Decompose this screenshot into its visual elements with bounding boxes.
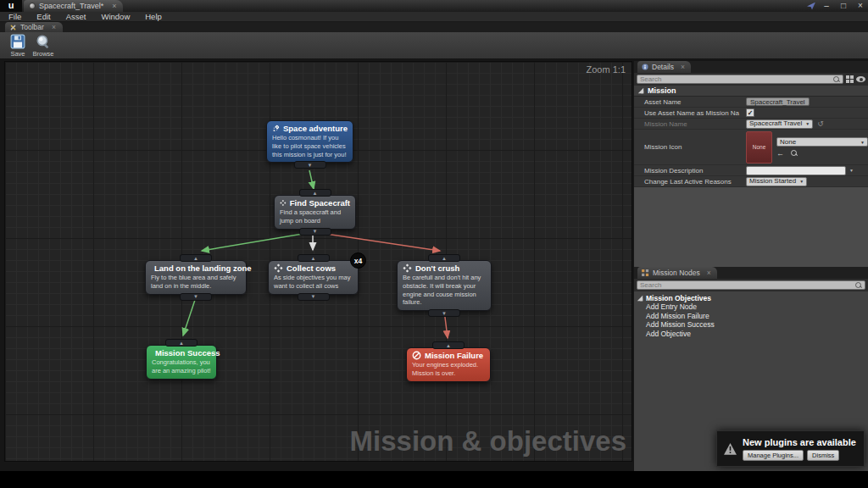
minimize-button[interactable]: –: [821, 1, 832, 11]
warning-triangle-icon: [723, 442, 737, 456]
node-collect-cows[interactable]: Collect cows As side objectives you may …: [268, 260, 359, 295]
node-title: Find Spacecraft: [290, 198, 350, 208]
details-empty-area: [634, 187, 868, 267]
mission-nodes-tab[interactable]: Mission Nodes ×: [637, 267, 717, 279]
objective-diamond-icon: [403, 263, 412, 273]
mission-nodes-panel-icon: [642, 269, 649, 276]
mission-icon-thumbnail[interactable]: None: [746, 131, 772, 164]
input-pin[interactable]: ▲: [428, 254, 460, 262]
details-panel: Details × Mission Asset Name Spacecraft_…: [634, 61, 868, 267]
last-active-reasons-row: Change Last Active Reasons Mission Start…: [634, 176, 868, 187]
dismiss-button[interactable]: Dismiss: [807, 450, 839, 461]
use-selected-asset-icon[interactable]: ←: [776, 150, 784, 157]
mission-name-dropdown[interactable]: Spacecraft Travel ▼: [746, 119, 813, 129]
toolbar-tab-close-icon[interactable]: ×: [52, 23, 56, 31]
input-pin[interactable]: ▲: [298, 254, 330, 262]
chevron-down-icon[interactable]: ▼: [849, 168, 854, 173]
display-filter-icon[interactable]: [846, 75, 854, 83]
details-tab-close-icon[interactable]: ×: [681, 63, 685, 71]
output-pin[interactable]: ▼: [428, 309, 460, 317]
search-icon: [833, 76, 840, 83]
asset-tab-close-icon[interactable]: ×: [112, 2, 116, 10]
asset-name-row: Asset Name Spacecraft_Travel: [634, 97, 868, 108]
asset-tab[interactable]: Spacecraft_Travel* ×: [24, 0, 123, 12]
objective-diamond-icon: [274, 263, 283, 273]
mission-nodes-search-row: [634, 279, 868, 291]
output-pin[interactable]: ▼: [180, 293, 212, 301]
node-description: Congratulations, you are an amazing pilo…: [147, 358, 216, 379]
mission-nodes-search-field[interactable]: [637, 280, 865, 290]
toolbar-tab-strip: Toolbar ×: [0, 22, 868, 32]
menu-edit[interactable]: Edit: [36, 12, 50, 21]
menu-asset[interactable]: Asset: [66, 12, 86, 21]
node-mission-success[interactable]: Mission Success Congratulations, you are…: [146, 345, 217, 380]
expand-arrow-icon: [638, 88, 643, 93]
notification-title: New plugins are available: [743, 437, 856, 447]
add-mission-failure-item[interactable]: Add Mission Failure: [634, 312, 868, 321]
mission-section-label: Mission: [648, 86, 676, 95]
output-pin[interactable]: ▼: [294, 161, 326, 169]
window-controls: – □ ×: [807, 1, 866, 11]
mission-nodes-search-input[interactable]: [640, 281, 855, 289]
unreal-logo-icon: u: [0, 0, 22, 12]
last-active-reasons-label: Change Last Active Reasons: [644, 178, 746, 186]
toolbar-tab[interactable]: Toolbar ×: [5, 22, 63, 32]
asset-tab-title: Spacecraft_Travel*: [39, 2, 103, 10]
no-entry-icon: [412, 351, 421, 360]
node-title: Mission Failure: [425, 351, 483, 360]
input-pin[interactable]: ▲: [180, 254, 212, 262]
graph-watermark: Mission & objectives: [350, 425, 626, 458]
mission-description-input[interactable]: [746, 166, 846, 175]
mission-name-value: Spacecraft Travel: [749, 119, 802, 128]
input-pin[interactable]: ▲: [299, 189, 331, 197]
save-button[interactable]: Save: [5, 34, 31, 58]
details-tab[interactable]: Details ×: [637, 61, 691, 73]
objective-diamond-icon: [280, 198, 287, 208]
node-mission-failure[interactable]: Mission Failure Your engines exploded. M…: [406, 347, 491, 382]
menu-file[interactable]: File: [8, 12, 21, 21]
mission-nodes-tab-label: Mission Nodes: [653, 269, 700, 277]
mission-nodes-tab-bar: Mission Nodes ×: [634, 267, 868, 279]
close-button[interactable]: ×: [854, 1, 866, 11]
feedback-icon[interactable]: [807, 3, 815, 10]
maximize-button[interactable]: □: [837, 1, 849, 11]
input-pin[interactable]: ▲: [432, 341, 465, 349]
mission-objectives-category[interactable]: Mission Objectives: [634, 293, 868, 302]
node-find-spacecraft[interactable]: Find Spacecraft Find a spacecraft and ju…: [274, 195, 356, 230]
mission-description-row: Mission Description ▼: [634, 165, 868, 176]
input-pin[interactable]: ▲: [165, 339, 198, 347]
mission-graph-canvas[interactable]: Zoom 1:1 Mission & objectives Space adve…: [4, 61, 632, 462]
add-objective-item[interactable]: Add Objective: [634, 330, 868, 339]
wrench-icon: [9, 24, 17, 31]
node-space-adventure[interactable]: Space adventure Hello cosmonaut! If you …: [266, 120, 353, 163]
mission-objectives-label: Mission Objectives: [646, 294, 711, 302]
mission-section-header[interactable]: Mission: [634, 86, 868, 97]
chevron-down-icon: ▼: [860, 138, 865, 147]
details-search-field[interactable]: [637, 75, 843, 84]
add-mission-success-item[interactable]: Add Mission Success: [634, 320, 868, 330]
mission-icon-dropdown[interactable]: None ▼: [776, 137, 868, 147]
node-title: Space adventure: [283, 124, 348, 133]
details-search-input[interactable]: [640, 75, 833, 83]
use-asset-name-row: Use Asset Name as Mission Na ✓: [634, 108, 868, 119]
menu-window[interactable]: Window: [101, 12, 130, 21]
last-active-reasons-dropdown[interactable]: Mission Started ▼: [746, 177, 807, 186]
node-land-on-landing-zone[interactable]: Land on the landing zone Fly to the blue…: [145, 260, 247, 295]
node-title: Mission Success: [155, 348, 220, 358]
browse-asset-icon[interactable]: [791, 150, 798, 157]
manage-plugins-button[interactable]: Manage Plugins...: [743, 450, 804, 461]
output-pin[interactable]: ▼: [298, 293, 330, 301]
reset-to-default-icon[interactable]: ↺: [817, 119, 824, 128]
node-dont-crush[interactable]: Don't crush Be carefull and don't hit an…: [397, 260, 492, 311]
browse-button[interactable]: Browse: [31, 34, 56, 58]
menu-help[interactable]: Help: [145, 12, 162, 21]
output-pin[interactable]: ▼: [299, 228, 331, 236]
mission-nodes-tab-close-icon[interactable]: ×: [707, 269, 711, 277]
visibility-eye-icon[interactable]: [856, 76, 865, 82]
mission-icon-row: Mission Icon None None ▼ ←: [634, 130, 868, 165]
plugins-notification: New plugins are available Manage Plugins…: [716, 430, 865, 467]
use-asset-name-checkbox[interactable]: ✓: [746, 108, 754, 117]
mission-name-row: Mission Name Spacecraft Travel ▼ ↺: [634, 119, 868, 130]
expand-arrow-icon: [637, 295, 643, 300]
add-entry-node-item[interactable]: Add Entry Node: [634, 302, 868, 312]
